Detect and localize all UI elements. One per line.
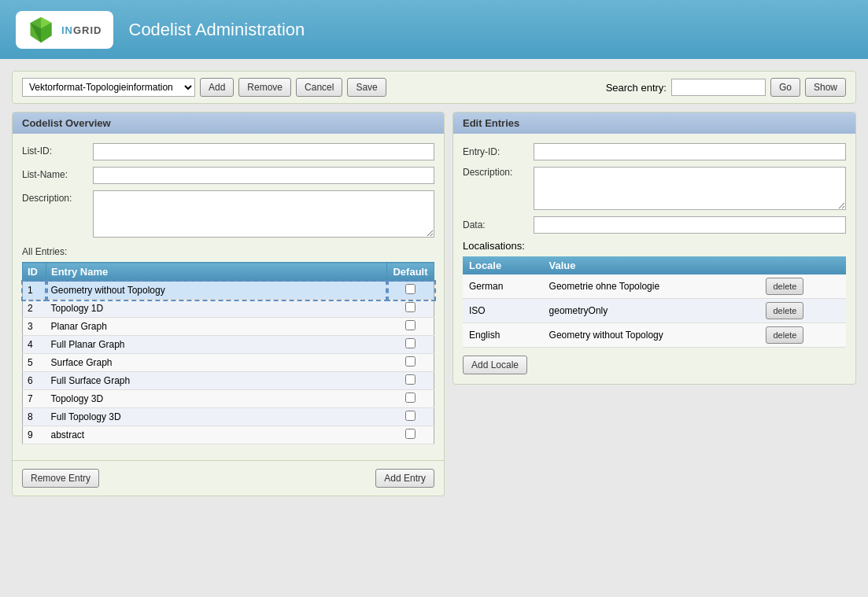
add-entry-button[interactable]: Add Entry xyxy=(375,469,434,488)
table-row[interactable]: 6 Full Surface Graph xyxy=(23,372,434,390)
entry-default-cell[interactable] xyxy=(387,426,434,444)
loc-value-cell: Geometrie ohne Topologie xyxy=(543,275,760,299)
entry-default-cell[interactable] xyxy=(387,318,434,336)
entry-default-cell[interactable] xyxy=(387,300,434,318)
entry-name-cell: Full Surface Graph xyxy=(46,372,387,390)
cancel-button[interactable]: Cancel xyxy=(296,78,342,97)
delete-locale-button[interactable]: delete xyxy=(766,326,803,344)
logo-icon xyxy=(27,16,55,44)
go-button[interactable]: Go xyxy=(770,78,800,97)
toolbar: Vektorformat-Topologieinformation Add Re… xyxy=(12,71,856,104)
table-row[interactable]: 3 Planar Graph xyxy=(23,318,434,336)
add-locale-button[interactable]: Add Locale xyxy=(463,356,527,374)
all-entries-label: All Entries: xyxy=(22,246,434,257)
entry-desc-textarea[interactable] xyxy=(534,167,846,210)
remove-button[interactable]: Remove xyxy=(238,78,291,97)
entry-id-cell: 1 xyxy=(23,282,46,300)
list-id-input[interactable]: 528 xyxy=(93,143,434,160)
table-row[interactable]: 8 Full Topology 3D xyxy=(23,408,434,426)
remove-entry-button[interactable]: Remove Entry xyxy=(22,469,99,488)
entry-id-row: Entry-ID: 1 xyxy=(463,143,846,160)
entry-id-cell: 3 xyxy=(23,318,46,336)
loc-locale-cell: English xyxy=(463,323,543,348)
entry-id-cell: 6 xyxy=(23,372,46,390)
save-button[interactable]: Save xyxy=(347,78,386,97)
delete-locale-button[interactable]: delete xyxy=(766,302,803,319)
list-item: English Geometry without Topology delete xyxy=(463,323,846,348)
entry-default-cell[interactable] xyxy=(387,390,434,408)
list-item: ISO geometryOnly delete xyxy=(463,299,846,323)
entry-id-input[interactable]: 1 xyxy=(534,143,846,160)
entry-name-cell: Full Topology 3D xyxy=(46,408,387,426)
table-row[interactable]: 4 Full Planar Graph xyxy=(23,336,434,354)
entry-default-cell[interactable] xyxy=(387,408,434,426)
loc-delete-cell: delete xyxy=(759,323,846,348)
entry-name-cell: Geometry without Topology xyxy=(46,282,387,300)
loc-value-cell: geometryOnly xyxy=(543,299,760,323)
entry-id-cell: 4 xyxy=(23,336,46,354)
table-row[interactable]: 2 Topology 1D xyxy=(23,300,434,318)
show-button[interactable]: Show xyxy=(805,78,846,97)
codelist-overview-section: Codelist Overview List-ID: 528 List-Name… xyxy=(12,112,445,496)
entry-default-cell[interactable] xyxy=(387,282,434,300)
description-field xyxy=(93,190,434,240)
list-name-input[interactable]: Vektorformat-Topologieinformation xyxy=(93,167,434,184)
entry-id-cell: 9 xyxy=(23,426,46,444)
table-row[interactable]: 7 Topology 3D xyxy=(23,390,434,408)
edit-entries-header: Edit Entries xyxy=(453,112,855,134)
entry-id-cell: 5 xyxy=(23,354,46,372)
add-locale-area: Add Locale xyxy=(463,356,846,374)
entry-default-cell[interactable] xyxy=(387,354,434,372)
description-row: Description: xyxy=(22,190,434,240)
list-name-label: List-Name: xyxy=(22,167,93,180)
list-name-field: Vektorformat-Topologieinformation xyxy=(93,167,434,184)
bottom-bar: Remove Entry Add Entry xyxy=(13,460,444,496)
loc-delete-cell: delete xyxy=(759,275,846,299)
codelist-overview-body: List-ID: 528 List-Name: Vektorformat-Top… xyxy=(13,134,444,454)
entry-name-cell: Surface Graph xyxy=(46,354,387,372)
col-right: Edit Entries Entry-ID: 1 Description: Da… xyxy=(452,112,856,504)
loc-col-locale: Locale xyxy=(463,256,543,275)
toolbar-right: Search entry: Go Show xyxy=(606,78,846,97)
entries-table: ID Entry Name Default 1 Geometry without… xyxy=(22,262,434,444)
entry-data-row: Data: xyxy=(463,216,846,234)
entry-id-cell: 8 xyxy=(23,408,46,426)
entry-name-cell: Topology 1D xyxy=(46,300,387,318)
table-row[interactable]: 1 Geometry without Topology xyxy=(23,282,434,300)
edit-entries-section: Edit Entries Entry-ID: 1 Description: Da… xyxy=(452,112,856,385)
page-title: Codelist Administration xyxy=(129,20,305,40)
entry-desc-row: Description: xyxy=(463,167,846,210)
delete-locale-button[interactable]: delete xyxy=(766,278,803,295)
list-id-field: 528 xyxy=(93,143,434,160)
col-header-default: Default xyxy=(387,263,434,282)
entry-desc-label: Description: xyxy=(463,167,534,178)
list-id-label: List-ID: xyxy=(22,143,93,157)
main-content: Vektorformat-Topologieinformation Add Re… xyxy=(0,59,868,516)
entry-data-input[interactable] xyxy=(534,216,846,234)
entry-id-cell: 7 xyxy=(23,390,46,408)
entry-name-cell: Full Planar Graph xyxy=(46,336,387,354)
description-textarea[interactable] xyxy=(93,190,434,238)
col-header-name: Entry Name xyxy=(46,263,387,282)
entry-name-cell: Topology 3D xyxy=(46,390,387,408)
entry-id-cell: 2 xyxy=(23,300,46,318)
edit-entries-body: Entry-ID: 1 Description: Data: Localisat… xyxy=(453,134,855,384)
list-name-row: List-Name: Vektorformat-Topologieinforma… xyxy=(22,167,434,184)
list-item: German Geometrie ohne Topologie delete xyxy=(463,275,846,299)
search-input[interactable] xyxy=(671,79,766,96)
entry-default-cell[interactable] xyxy=(387,372,434,390)
loc-value-cell: Geometry without Topology xyxy=(543,323,760,348)
table-row[interactable]: 5 Surface Graph xyxy=(23,354,434,372)
entry-name-cell: abstract xyxy=(46,426,387,444)
loc-locale-cell: ISO xyxy=(463,299,543,323)
add-button[interactable]: Add xyxy=(200,78,234,97)
logo-area: INGRID xyxy=(16,11,113,49)
entry-id-label: Entry-ID: xyxy=(463,146,534,157)
description-label: Description: xyxy=(22,190,93,204)
codelist-dropdown[interactable]: Vektorformat-Topologieinformation xyxy=(22,78,195,97)
loc-locale-cell: German xyxy=(463,275,543,299)
table-row[interactable]: 9 abstract xyxy=(23,426,434,444)
list-id-row: List-ID: 528 xyxy=(22,143,434,160)
entry-default-cell[interactable] xyxy=(387,336,434,354)
codelist-overview-header: Codelist Overview xyxy=(13,112,444,134)
